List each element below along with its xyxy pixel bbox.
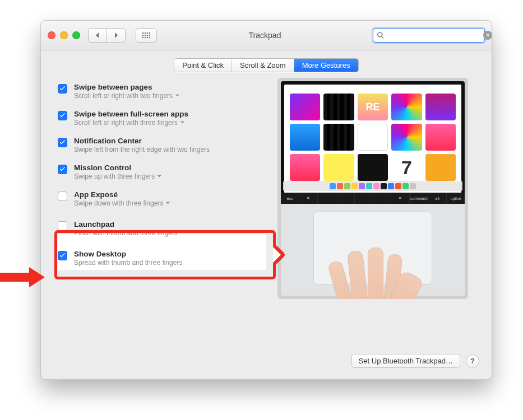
option-title: Swipe between pages [74, 83, 180, 91]
svg-point-6 [145, 35, 146, 36]
window-title: Trackpad [163, 31, 367, 40]
window-controls [48, 31, 80, 39]
option-subtitle-dropdown[interactable]: Swipe up with three fingers [74, 172, 162, 180]
toolbar: Trackpad [41, 21, 492, 50]
back-button[interactable] [88, 28, 107, 43]
svg-point-3 [147, 32, 148, 34]
option-launchpad: Launchpad Pinch with thumb and three fin… [54, 212, 267, 245]
gesture-preview: RE 7 esc ✕ [277, 78, 468, 299]
option-subtitle: Swipe left from the right edge with two … [74, 146, 210, 153]
option-title: App Exposé [74, 190, 170, 199]
svg-point-7 [147, 35, 148, 36]
option-title: Swipe between full-screen apps [74, 110, 188, 118]
clear-search-button[interactable] [483, 31, 492, 40]
search-field[interactable] [373, 28, 485, 43]
nav-buttons [88, 28, 126, 43]
option-title: Launchpad [74, 220, 178, 228]
option-subtitle-dropdown[interactable]: Scroll left or right with two fingers [74, 92, 180, 100]
preview-hand [331, 250, 415, 299]
zoom-window-button[interactable] [72, 31, 80, 39]
svg-point-10 [145, 37, 146, 38]
close-window-button[interactable] [48, 31, 55, 39]
option-title: Show Desktop [74, 250, 182, 258]
option-app-expose: App Exposé Swipe down with three fingers [54, 185, 267, 212]
chevron-down-icon [175, 92, 180, 100]
preferences-window: Trackpad Point & Click Scroll & Zoom Mor… [40, 20, 492, 380]
tab-scroll-and-zoom[interactable]: Scroll & Zoom [232, 59, 294, 72]
tab-bar: Point & Click Scroll & Zoom More Gesture… [41, 58, 492, 72]
checkbox-app-expose[interactable] [58, 192, 67, 201]
svg-point-8 [149, 35, 150, 36]
checkbox-mission-control[interactable] [58, 165, 67, 174]
checkbox-show-desktop[interactable] [58, 251, 67, 260]
svg-point-5 [142, 35, 144, 36]
option-title: Notification Center [74, 137, 210, 145]
show-all-button[interactable] [136, 28, 157, 43]
svg-point-11 [147, 37, 148, 38]
help-button[interactable]: ? [466, 354, 479, 368]
svg-point-12 [149, 37, 150, 38]
forward-button[interactable] [107, 28, 126, 43]
chevron-down-icon [165, 199, 170, 207]
svg-point-4 [149, 32, 150, 34]
option-subtitle-dropdown[interactable]: Scroll left or right with three fingers [74, 119, 188, 127]
chevron-down-icon [180, 119, 185, 127]
checkbox-swipe-between-pages[interactable] [58, 84, 67, 94]
svg-marker-0 [0, 267, 45, 287]
preview-dock [283, 181, 462, 191]
option-swipe-between-apps: Swipe between full-screen apps Scroll le… [54, 105, 267, 132]
tab-point-and-click[interactable]: Point & Click [174, 59, 232, 72]
option-show-desktop: Show Desktop Spread with thumb and three… [54, 245, 267, 272]
preview-screen: RE 7 [281, 81, 465, 197]
option-title: Mission Control [74, 164, 162, 172]
gesture-options-list: Swipe between pages Scroll left or right… [54, 78, 267, 299]
tab-more-gestures[interactable]: More Gestures [294, 59, 358, 72]
preview-deck [281, 204, 465, 296]
option-subtitle: Pinch with thumb and three fingers [74, 229, 178, 237]
svg-point-1 [142, 32, 144, 34]
checkbox-notification-center[interactable] [58, 138, 67, 147]
footer: Set Up Bluetooth Trackpad… ? [351, 354, 479, 368]
svg-point-9 [142, 37, 144, 38]
preview-touchbar: esc ✕ ✕ command alt option [281, 193, 465, 204]
annotation-arrow [0, 266, 45, 288]
option-subtitle-dropdown[interactable]: Swipe down with three fingers [74, 199, 170, 207]
option-mission-control: Mission Control Swipe up with three fing… [54, 158, 267, 185]
search-icon [377, 31, 385, 39]
search-input[interactable] [387, 31, 483, 40]
option-subtitle: Spread with thumb and three fingers [74, 259, 182, 267]
minimize-window-button[interactable] [60, 31, 68, 39]
option-swipe-between-pages: Swipe between pages Scroll left or right… [54, 78, 267, 105]
setup-bluetooth-trackpad-button[interactable]: Set Up Bluetooth Trackpad… [351, 354, 460, 368]
checkbox-swipe-between-apps[interactable] [58, 111, 67, 120]
chevron-down-icon [157, 172, 162, 180]
svg-point-2 [145, 32, 146, 34]
option-notification-center: Notification Center Swipe left from the … [54, 132, 267, 158]
checkbox-launchpad[interactable] [58, 221, 67, 231]
